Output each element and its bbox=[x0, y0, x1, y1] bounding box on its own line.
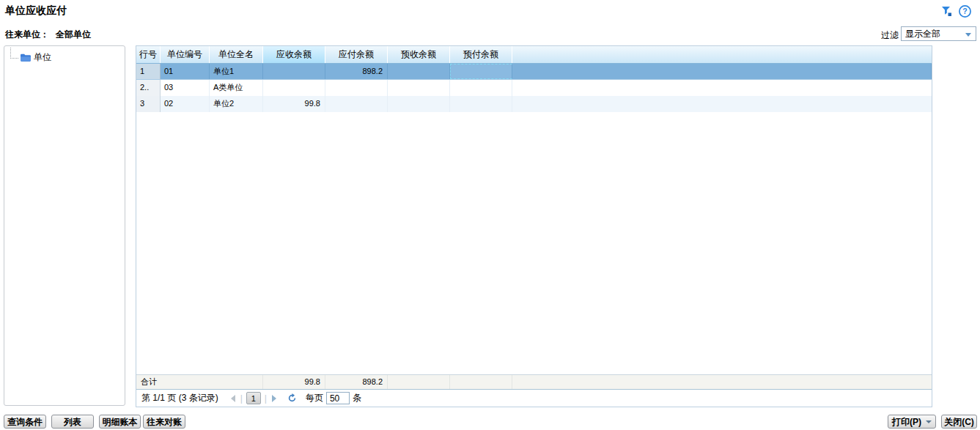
table-cell[interactable]: 02 bbox=[161, 96, 210, 112]
column-header[interactable]: 单位编号 bbox=[161, 46, 210, 63]
print-button-label: 打印(P) bbox=[892, 417, 921, 427]
table-cell[interactable] bbox=[263, 64, 325, 79]
per-page-input[interactable] bbox=[326, 392, 350, 404]
table-cell[interactable]: 2.. bbox=[136, 80, 161, 96]
column-header-filler bbox=[512, 46, 932, 63]
total-pre-receive-cell bbox=[388, 375, 450, 389]
context-unit-label: 往来单位： bbox=[5, 29, 49, 40]
table-cell[interactable] bbox=[325, 96, 388, 112]
table-cell[interactable] bbox=[325, 80, 388, 96]
table-cell[interactable] bbox=[450, 80, 512, 96]
per-page-unit: 条 bbox=[353, 392, 361, 404]
table-row[interactable]: 2..03A类单位 bbox=[136, 80, 932, 96]
print-dropdown-caret-icon bbox=[926, 420, 932, 423]
table-cell[interactable] bbox=[388, 80, 450, 96]
table-cell[interactable] bbox=[263, 80, 325, 96]
refresh-icon[interactable] bbox=[287, 393, 297, 403]
total-payable-cell: 898.2 bbox=[325, 375, 388, 389]
svg-text:?: ? bbox=[962, 7, 967, 15]
tree-elbow-connector bbox=[10, 48, 18, 59]
print-button[interactable]: 打印(P) bbox=[888, 415, 936, 429]
column-header[interactable]: 应付余额 bbox=[325, 46, 388, 63]
total-receivable-cell: 99.8 bbox=[263, 375, 325, 389]
page-title: 单位应收应付 bbox=[5, 4, 67, 18]
table-header-row: 行号单位编号单位全名应收余额应付余额预收余额预付余额 bbox=[136, 46, 932, 64]
unit-tree-panel: 单位 bbox=[4, 45, 125, 406]
table-row[interactable]: 101单位1898.2 bbox=[136, 64, 932, 80]
pagination-bar: 第 1/1 页 (3 条记录) | 1 | 每页 条 bbox=[136, 390, 932, 407]
balance-table-panel: 行号单位编号单位全名应收余额应付余额预收余额预付余额 101单位1898.22.… bbox=[136, 45, 932, 407]
column-header[interactable]: 单位全名 bbox=[210, 46, 263, 63]
total-filler-cell bbox=[512, 375, 932, 389]
context-unit-value: 全部单位 bbox=[56, 29, 91, 40]
table-cell[interactable]: 3 bbox=[136, 96, 161, 112]
total-label-cell: 合计 bbox=[136, 375, 263, 389]
table-cell-filler bbox=[512, 64, 932, 79]
table-cell[interactable] bbox=[450, 64, 512, 79]
filter-label: 过滤 bbox=[881, 29, 899, 42]
context-unit-line: 往来单位：全部单位 bbox=[5, 29, 91, 41]
column-header[interactable]: 预收余额 bbox=[388, 46, 450, 63]
table-cell[interactable] bbox=[388, 96, 450, 112]
tree-node-label: 单位 bbox=[34, 52, 51, 63]
table-cell-filler bbox=[512, 80, 932, 96]
unit-receivable-payable-page: 单位应收应付 ? 往来单位：全部单位 过滤 显示全部 单位 行号单位编号单位全名… bbox=[0, 0, 980, 430]
column-header[interactable]: 应收余额 bbox=[263, 46, 325, 63]
folder-icon bbox=[20, 53, 31, 62]
per-page-label: 每页 bbox=[306, 392, 323, 404]
prev-page-icon[interactable] bbox=[231, 395, 235, 402]
detail-ledger-button[interactable]: 明细账本 bbox=[99, 415, 141, 429]
column-header[interactable]: 预付余额 bbox=[450, 46, 512, 63]
filter-dropdown-value: 显示全部 bbox=[905, 29, 940, 39]
help-icon[interactable]: ? bbox=[958, 4, 972, 21]
tree-node-units[interactable]: 单位 bbox=[10, 48, 51, 63]
table-cell[interactable]: 1 bbox=[136, 64, 161, 79]
pagination-separator: | bbox=[240, 393, 243, 404]
close-button[interactable]: 关闭(C) bbox=[941, 415, 977, 429]
table-cell[interactable]: 03 bbox=[161, 80, 210, 96]
table-body: 101单位1898.22..03A类单位302单位299.8 bbox=[136, 64, 932, 374]
page-number-button[interactable]: 1 bbox=[246, 392, 261, 404]
next-page-icon[interactable] bbox=[272, 395, 276, 402]
pagination-summary: 第 1/1 页 (3 条记录) bbox=[141, 392, 218, 404]
table-cell[interactable]: 单位1 bbox=[210, 64, 263, 79]
list-button[interactable]: 列表 bbox=[51, 415, 94, 429]
table-cell[interactable] bbox=[450, 96, 512, 112]
filter-funnel-icon[interactable] bbox=[940, 5, 953, 21]
table-total-row: 合计 99.8 898.2 bbox=[136, 374, 932, 390]
total-pre-pay-cell bbox=[450, 375, 512, 389]
table-cell[interactable] bbox=[388, 64, 450, 79]
table-cell[interactable]: 01 bbox=[161, 64, 210, 79]
reconciliation-button[interactable]: 往来对账 bbox=[143, 415, 185, 429]
table-cell[interactable]: 单位2 bbox=[210, 96, 263, 112]
table-cell[interactable]: 898.2 bbox=[325, 64, 388, 79]
table-cell[interactable]: 99.8 bbox=[263, 96, 325, 112]
table-cell[interactable]: A类单位 bbox=[210, 80, 263, 96]
filter-dropdown[interactable]: 显示全部 bbox=[901, 26, 976, 41]
pagination-separator: | bbox=[265, 393, 267, 404]
column-header[interactable]: 行号 bbox=[136, 46, 161, 63]
table-row[interactable]: 302单位299.8 bbox=[136, 96, 932, 112]
query-conditions-button[interactable]: 查询条件 bbox=[4, 415, 46, 429]
chevron-down-icon bbox=[965, 33, 971, 37]
table-cell-filler bbox=[512, 96, 932, 112]
